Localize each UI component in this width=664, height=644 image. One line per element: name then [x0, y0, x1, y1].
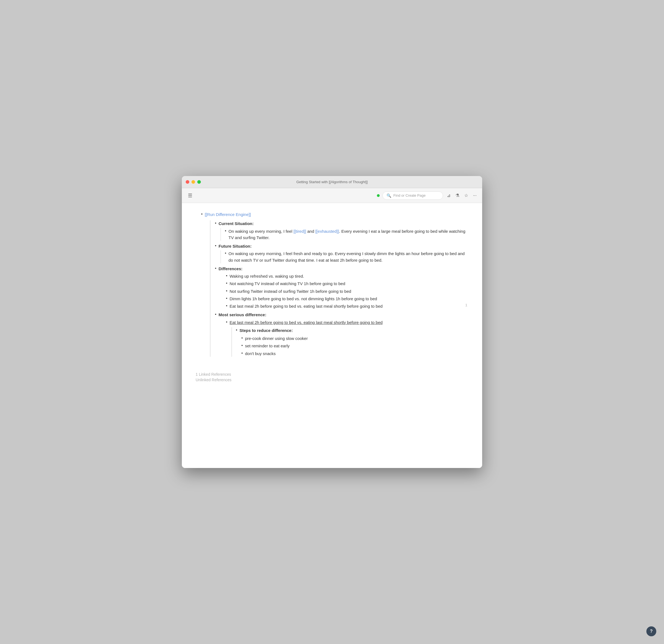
- search-icon: 🔍: [387, 193, 391, 198]
- page-ref-text: [[Run Difference Engine]]: [205, 211, 469, 217]
- diff-item-1: • Waking up refreshed vs. waking up tire…: [226, 273, 469, 279]
- menu-icon[interactable]: ☰: [186, 191, 194, 200]
- current-situation-item: • On waking up every morning, I feel [[t…: [225, 228, 469, 241]
- toolbar-left: ☰: [186, 191, 194, 200]
- bullet: •: [201, 211, 203, 216]
- bullet: •: [215, 312, 216, 316]
- top-level-item: • [[Run Difference Engine]]: [201, 211, 469, 217]
- run-difference-engine-link[interactable]: [[Run Difference Engine]]: [205, 212, 251, 217]
- title-bar: Getting Started with [[Algorithms of Tho…: [182, 176, 482, 188]
- diff-text-1: Waking up refreshed vs. waking up tired.: [229, 273, 469, 279]
- current-situation-text: On waking up every morning, I feel [[tir…: [228, 228, 469, 241]
- tired-link[interactable]: [[tired]]: [293, 229, 306, 233]
- bullet: •: [241, 335, 243, 340]
- most-serious-text-row: • Eat last meal 2h before going to bed v…: [226, 319, 469, 326]
- diff-counter: 1: [465, 303, 469, 307]
- step-text-2: set reminder to eat early: [245, 342, 469, 349]
- diff-item-3: • Not surfing Twitter instead of surfing…: [226, 288, 469, 294]
- close-button[interactable]: [186, 180, 189, 184]
- bullet: •: [226, 296, 227, 300]
- differences-header: • Differences:: [215, 266, 469, 272]
- future-situation-header: • Future Situation:: [215, 243, 469, 249]
- app-window: Getting Started with [[Algorithms of Tho…: [182, 176, 482, 468]
- steps-block: • Steps to reduce difference: • pre-cook…: [231, 327, 469, 357]
- steps-header: • Steps to reduce difference:: [236, 327, 469, 334]
- more-icon[interactable]: ···: [472, 192, 478, 199]
- future-situation-block: • Future Situation: • On waking up every…: [215, 243, 469, 263]
- steps-content: • pre-cook dinner using slow cooker • se…: [241, 335, 469, 357]
- bullet: •: [215, 243, 216, 248]
- current-situation-label: Current Situation:: [219, 220, 469, 227]
- bullet: •: [226, 288, 227, 293]
- bullet: •: [241, 343, 243, 348]
- bullet: •: [226, 281, 227, 285]
- most-serious-header: • Most serious difference:: [215, 312, 469, 318]
- differences-content: • Waking up refreshed vs. waking up tire…: [221, 273, 469, 309]
- status-dot: [377, 194, 380, 197]
- bullet: •: [215, 266, 216, 270]
- steps-label: Steps to reduce difference:: [240, 327, 469, 334]
- window-title: Getting Started with [[Algorithms of Tho…: [296, 180, 368, 184]
- differences-block: • Differences: • Waking up refreshed vs.…: [215, 266, 469, 310]
- diff-item-5: • Eat last meal 2h before going to bed v…: [226, 303, 469, 309]
- toolbar: ☰ 🔍 Find or Create Page ⊿ ⚗ ☆ ···: [182, 188, 482, 203]
- diff-text-2: Not watching TV instead of watching TV 1…: [229, 281, 469, 287]
- current-situation-header: • Current Situation:: [215, 220, 469, 227]
- bullet: •: [226, 319, 227, 324]
- future-situation-text: On waking up every morning, I feel fresh…: [228, 250, 469, 263]
- funnel-icon[interactable]: ⚗: [454, 192, 460, 199]
- future-situation-item: • On waking up every morning, I feel fre…: [225, 250, 469, 263]
- differences-label: Differences:: [219, 266, 469, 272]
- search-placeholder: Find or Create Page: [393, 193, 426, 198]
- bullet: •: [226, 273, 227, 278]
- minimize-button[interactable]: [191, 180, 195, 184]
- most-serious-item: • Eat last meal 2h before going to bed v…: [226, 319, 469, 357]
- diff-text-4: Dimm lights 1h before going to bed vs. n…: [229, 295, 469, 302]
- bullet: •: [225, 251, 226, 255]
- step-item-3: • don't buy snacks: [241, 350, 469, 357]
- future-situation-label: Future Situation:: [219, 243, 469, 249]
- diff-item-4: • Dimm lights 1h before going to bed vs.…: [226, 295, 469, 302]
- current-situation-block: • Current Situation: • On waking up ever…: [215, 220, 469, 241]
- step-item-1: • pre-cook dinner using slow cooker: [241, 335, 469, 341]
- step-text-3: don't buy snacks: [245, 350, 469, 357]
- most-serious-block: • Most serious difference: • Eat last me…: [215, 312, 469, 357]
- unlinked-references[interactable]: Unlinked References: [195, 378, 469, 382]
- diff-text-5: Eat last meal 2h before going to bed vs.…: [229, 303, 465, 309]
- exhausted-link[interactable]: [[exhausted]]: [315, 229, 339, 233]
- most-serious-text: Eat last meal 2h before going to bed vs.…: [229, 319, 469, 326]
- most-serious-label: Most serious difference:: [219, 312, 469, 318]
- most-serious-content: • Eat last meal 2h before going to bed v…: [221, 319, 469, 357]
- references-section: 1 Linked References Unlinked References: [195, 368, 469, 382]
- future-situation-content: • On waking up every morning, I feel fre…: [221, 250, 469, 263]
- content-block: • Current Situation: • On waking up ever…: [210, 220, 469, 357]
- bullet: •: [215, 221, 216, 225]
- star-icon[interactable]: ☆: [463, 192, 469, 199]
- search-bar[interactable]: 🔍 Find or Create Page: [382, 191, 443, 200]
- page-content: • [[Run Difference Engine]] • Current Si…: [182, 203, 482, 468]
- diff-text-3: Not surfing Twitter instead of surfing T…: [229, 288, 469, 294]
- step-text-1: pre-cook dinner using slow cooker: [245, 335, 469, 341]
- linked-references[interactable]: 1 Linked References: [195, 372, 469, 376]
- toolbar-right: 🔍 Find or Create Page ⊿ ⚗ ☆ ···: [377, 191, 478, 200]
- bullet: •: [226, 303, 227, 308]
- help-button[interactable]: ?: [646, 626, 656, 636]
- bullet: •: [241, 351, 243, 355]
- diff-item-2: • Not watching TV instead of watching TV…: [226, 281, 469, 287]
- current-situation-content: • On waking up every morning, I feel [[t…: [221, 228, 469, 241]
- bullet: •: [236, 328, 237, 332]
- bullet: •: [225, 228, 226, 233]
- traffic-lights: [186, 180, 201, 184]
- maximize-button[interactable]: [197, 180, 201, 184]
- filter-icon[interactable]: ⊿: [446, 192, 452, 199]
- step-item-2: • set reminder to eat early: [241, 342, 469, 349]
